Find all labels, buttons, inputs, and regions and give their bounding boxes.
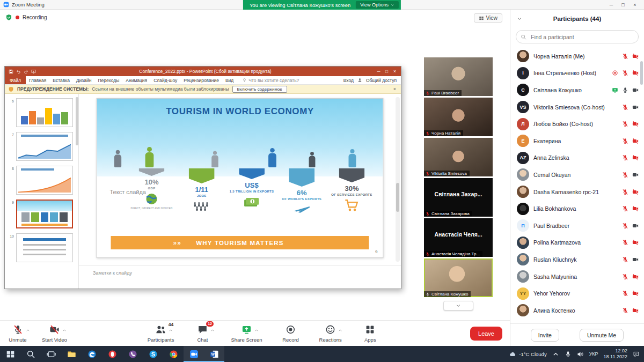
participant-row[interactable]: Sasha Matyunina <box>510 268 644 285</box>
taskbar-zoom-icon[interactable] <box>184 346 204 362</box>
video-tile-2[interactable]: Viktoriia Smiesova <box>424 138 493 176</box>
participants-scrollbar[interactable] <box>640 61 643 85</box>
slide-thumbnail-7[interactable]: 7 <box>9 132 73 161</box>
slide-thumbnail-8[interactable]: 8 <box>9 166 73 195</box>
start-slideshow-icon[interactable] <box>31 69 36 74</box>
invite-button[interactable]: Invite <box>531 329 559 342</box>
chevron-up-icon[interactable] <box>338 325 342 335</box>
toolbar-start-video-button[interactable]: Start Video <box>42 324 67 343</box>
taskbar-viber-icon[interactable] <box>122 346 143 362</box>
ppt-tab-5[interactable]: Анимация <box>122 76 150 84</box>
leave-button[interactable]: Leave <box>470 327 502 341</box>
close-button[interactable]: × <box>629 2 641 8</box>
ppt-tab-2[interactable]: Вставка <box>49 76 73 84</box>
video-strip-collapse-button[interactable] <box>443 301 473 311</box>
participant-row[interactable]: AZAnna Zelinska <box>510 150 644 167</box>
ppt-tab-8[interactable]: Вид <box>222 76 237 84</box>
taskbar-word-icon[interactable] <box>204 346 224 362</box>
unmute-me-button[interactable]: Unmute Me <box>580 329 624 342</box>
slide-thumbnail-10[interactable]: 10 <box>9 233 73 262</box>
taskbar-start-icon[interactable] <box>0 346 20 362</box>
taskbar-opera-icon[interactable] <box>102 346 122 362</box>
participant-row[interactable]: ІІнна Стрельченко (Host) <box>510 65 644 82</box>
ppt-tab-4[interactable]: Переходы <box>94 76 122 84</box>
chevron-up-icon[interactable] <box>169 325 173 335</box>
participant-row[interactable]: Ruslan Kliuchnyk <box>510 251 644 268</box>
ppt-tab-0[interactable]: Файл <box>5 76 26 84</box>
participant-row[interactable]: Polina Kartmazova <box>510 234 644 252</box>
participant-row[interactable]: ССвітлана Кожушко <box>510 82 644 99</box>
thumbnail-scrollbar[interactable] <box>76 97 78 145</box>
taskbar-skype-icon[interactable] <box>143 346 163 362</box>
taskbar-file-explorer-icon[interactable] <box>61 346 82 362</box>
participant-row[interactable]: Lilia Bokhankova <box>510 200 644 217</box>
video-tile-0[interactable]: Paul Bradbeer <box>424 57 493 96</box>
tray-mic-icon[interactable] <box>565 351 572 358</box>
save-icon[interactable] <box>9 69 13 74</box>
participant-row[interactable]: VSViktoriia Smiesova (Co-host) <box>510 99 644 116</box>
ppt-restore-button[interactable]: □ <box>383 69 391 74</box>
participant-row[interactable]: ЕЕкатерина <box>510 132 644 150</box>
participant-row[interactable]: Cemal Okuyan <box>510 166 644 183</box>
ppt-tab-1[interactable]: Главная <box>26 76 49 84</box>
ppt-close-button[interactable]: × <box>391 69 399 74</box>
participant-search-input[interactable] <box>516 30 639 43</box>
chevron-up-icon[interactable] <box>62 325 67 335</box>
hidden-icons-chevron[interactable] <box>552 351 559 358</box>
view-options-button[interactable]: View Options <box>356 1 399 9</box>
video-tile-1[interactable]: Чорна Наталія <box>424 98 493 136</box>
taskbar-task-view-icon[interactable] <box>41 346 61 362</box>
participant-row[interactable]: Чорна Наталія (Me) <box>510 48 644 65</box>
warning-close-icon[interactable]: × <box>393 86 398 92</box>
tell-me-box[interactable]: Что вы хотите сделать? <box>242 78 299 83</box>
share-link[interactable]: Общий доступ <box>366 78 397 83</box>
slide-notes-area[interactable]: Заметки к слайду <box>79 265 401 289</box>
clock[interactable]: 12:02 18.11.2022 <box>604 348 627 360</box>
ppt-tab-6[interactable]: Слайд-шоу <box>150 76 180 84</box>
ppt-tab-3[interactable]: Дизайн <box>73 76 95 84</box>
language-indicator[interactable]: УКР <box>589 351 598 357</box>
slide-text-placeholder[interactable]: Текст слайда <box>110 189 146 195</box>
video-tile-3[interactable]: Світлана Захар...Світлана Захарова <box>424 178 493 217</box>
participant-row[interactable]: ПPaul Bradbeer <box>510 217 644 234</box>
participant-row[interactable]: Алина Костенко <box>510 302 644 319</box>
redo-icon[interactable] <box>24 69 28 74</box>
ppt-tab-7[interactable]: Рецензирование <box>180 76 222 84</box>
chevron-up-icon[interactable] <box>26 325 30 335</box>
video-tile-4[interactable]: Анастасія Челя...Анастасія Челядіна Тр..… <box>424 218 493 257</box>
enable-content-button[interactable]: Включить содержимое <box>232 86 287 93</box>
participant-row[interactable]: Dasha Karnasenko rpc-21 <box>510 183 644 201</box>
tray-volume-icon[interactable] <box>577 351 584 358</box>
slide-thumbnail-6[interactable]: 6 <box>9 98 73 127</box>
toolbar-reactions-button[interactable]: Reactions <box>319 324 342 343</box>
video-tile-5[interactable]: Світлана Кожушко <box>424 258 493 297</box>
ppt-minimize-button[interactable]: ─ <box>375 69 383 74</box>
taskbar-edge-icon[interactable] <box>82 346 102 362</box>
maximize-button[interactable]: □ <box>617 2 629 8</box>
taskbar-chrome-icon[interactable] <box>163 346 184 362</box>
weather-widget[interactable]: -1°C Cloudy <box>509 351 546 358</box>
action-center-icon[interactable] <box>633 351 640 358</box>
slide-thumbnail-9[interactable]: 9 <box>9 200 73 228</box>
slide-canvas[interactable]: TOURISM IN WORLD ECONOMY <box>97 98 384 258</box>
toolbar-participants-button[interactable]: 44Participants <box>148 324 174 343</box>
participant-row[interactable]: YYYehor Yehorov <box>510 285 644 302</box>
view-button[interactable]: View <box>474 13 503 23</box>
sign-in-link[interactable]: Вход <box>343 78 354 83</box>
scrollbar-thumb[interactable] <box>396 183 399 212</box>
undo-icon[interactable] <box>16 69 21 74</box>
chevron-down-icon[interactable] <box>517 16 522 21</box>
ppt-vertical-scrollbar[interactable] <box>396 97 400 262</box>
chevron-up-icon[interactable] <box>254 325 259 335</box>
toolbar-record-button[interactable]: Record <box>281 324 301 343</box>
toolbar-share-screen-button[interactable]: Share Screen <box>231 324 262 343</box>
participant-search <box>516 30 639 43</box>
participant-row[interactable]: ЛЛюбов Бойко (Co-host) <box>510 115 644 132</box>
chevron-up-icon[interactable] <box>210 325 215 335</box>
taskbar-search-icon[interactable] <box>20 346 41 362</box>
minimize-button[interactable]: ─ <box>605 2 617 8</box>
toolbar-chat-button[interactable]: 12Chat <box>192 324 213 343</box>
shared-screen-area: Recording View Conferen <box>0 10 510 320</box>
toolbar-apps-button[interactable]: Apps <box>360 324 380 343</box>
toolbar-unmute-button[interactable]: Unmute <box>8 324 28 343</box>
